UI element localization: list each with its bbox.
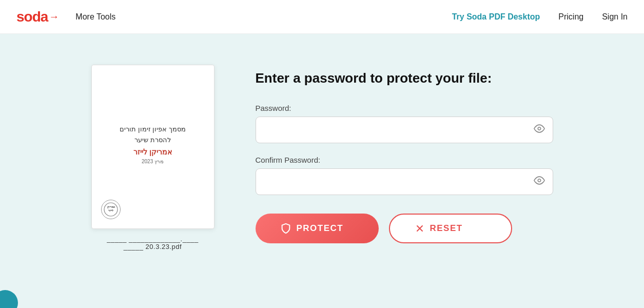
svg-point-3	[538, 127, 541, 130]
main-content: מסמך אפיון זימון תורים להסרת שיער אמריקן…	[0, 34, 644, 281]
pdf-logo-circle: אמריקן לייזר	[101, 200, 121, 219]
protect-button-label: PROTECT	[297, 223, 344, 234]
pdf-card: מסמך אפיון זימון תורים להסרת שיער אמריקן…	[91, 65, 214, 229]
confirm-password-input[interactable]	[256, 168, 553, 195]
x-icon	[415, 223, 425, 234]
pdf-date: מרץ 2023	[120, 159, 186, 164]
svg-text:אמריקן: אמריקן	[107, 205, 115, 208]
pdf-hebrew-red: אמריקן לייזר	[120, 146, 186, 159]
form-panel: Enter a password to protect your file: P…	[256, 65, 553, 243]
reset-button[interactable]: RESET	[389, 214, 512, 243]
svg-text:לייזר: לייזר	[108, 209, 113, 212]
pdf-content-text: מסמך אפיון זימון תורים להסרת שיער אמריקן…	[120, 124, 186, 164]
pdf-filename: _____ _____________._________ 20.3.23.pd…	[107, 235, 198, 251]
form-title: Enter a password to protect your file:	[256, 70, 553, 87]
confirm-toggle-eye-icon[interactable]	[534, 175, 545, 188]
nav-signin[interactable]: Sign In	[602, 12, 628, 22]
password-toggle-eye-icon[interactable]	[534, 123, 545, 137]
protect-button[interactable]: PROTECT	[256, 214, 379, 243]
navbar: soda → More Tools Try Soda PDF Desktop P…	[0, 0, 644, 34]
buttons-row: PROTECT RESET	[256, 214, 553, 243]
bottom-circle-decoration	[0, 290, 18, 308]
pdf-hebrew-line1: מסמך אפיון זימון תורים	[120, 124, 186, 135]
svg-point-4	[538, 179, 541, 182]
nav-try-desktop[interactable]: Try Soda PDF Desktop	[452, 12, 540, 22]
reset-button-label: RESET	[430, 223, 463, 234]
pdf-preview-wrapper: מסמך אפיון זימון תורים להסרת שיער אמריקן…	[91, 65, 214, 251]
nav-pricing[interactable]: Pricing	[558, 12, 583, 22]
pdf-hebrew-line2: להסרת שיער	[120, 135, 186, 146]
password-input[interactable]	[256, 117, 553, 143]
password-input-wrapper	[256, 117, 553, 143]
logo-text: soda	[16, 9, 48, 25]
nav-more-tools[interactable]: More Tools	[75, 12, 115, 22]
confirm-password-input-wrapper	[256, 168, 553, 195]
logo[interactable]: soda →	[16, 9, 59, 25]
shield-icon	[280, 223, 291, 234]
password-label: Password:	[256, 104, 553, 112]
logo-arrow-icon: →	[49, 11, 59, 23]
confirm-password-label: Confirm Password:	[256, 156, 553, 164]
